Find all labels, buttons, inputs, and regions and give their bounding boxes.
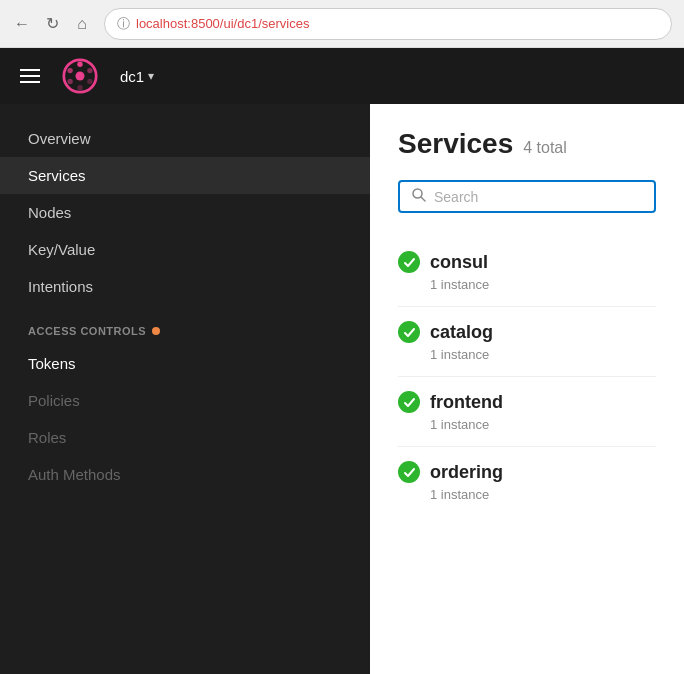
search-container[interactable] bbox=[398, 180, 656, 213]
svg-point-4 bbox=[87, 79, 92, 84]
svg-point-6 bbox=[67, 79, 72, 84]
service-name-row: consul bbox=[398, 251, 656, 273]
sidebar-item-policies[interactable]: Policies bbox=[0, 382, 370, 419]
main-area: Overview Services Nodes Key/Value Intent… bbox=[0, 104, 684, 674]
sidebar-item-services[interactable]: Services bbox=[0, 157, 370, 194]
services-title: Services bbox=[398, 128, 513, 160]
service-name-frontend: frontend bbox=[430, 392, 503, 413]
sidebar-item-intentions-label: Intentions bbox=[28, 278, 93, 295]
sidebar-item-tokens[interactable]: Tokens bbox=[0, 345, 370, 382]
top-navbar: dc1 ▾ bbox=[0, 48, 684, 104]
sidebar-item-tokens-label: Tokens bbox=[28, 355, 76, 372]
service-status-icon-frontend bbox=[398, 391, 420, 413]
service-status-icon-consul bbox=[398, 251, 420, 273]
svg-point-3 bbox=[87, 68, 92, 73]
service-status-icon-catalog bbox=[398, 321, 420, 343]
svg-point-2 bbox=[77, 62, 82, 67]
access-controls-section: ACCESS CONTROLS bbox=[0, 305, 370, 345]
chevron-down-icon: ▾ bbox=[148, 69, 154, 83]
service-instance-count-frontend: 1 instance bbox=[398, 417, 656, 432]
service-instance-count-ordering: 1 instance bbox=[398, 487, 656, 502]
service-item-catalog[interactable]: catalog 1 instance bbox=[398, 307, 656, 377]
sidebar-item-nodes[interactable]: Nodes bbox=[0, 194, 370, 231]
services-count: 4 total bbox=[523, 139, 567, 157]
services-list: consul 1 instance catalog 1 instance bbox=[398, 237, 656, 516]
services-header: Services 4 total bbox=[398, 128, 656, 160]
sidebar-item-overview-label: Overview bbox=[28, 130, 91, 147]
access-controls-dot bbox=[152, 327, 160, 335]
sidebar-item-auth-methods[interactable]: Auth Methods bbox=[0, 456, 370, 493]
service-instance-count-consul: 1 instance bbox=[398, 277, 656, 292]
datacenter-label: dc1 bbox=[120, 68, 144, 85]
address-path: 8500/ui/dc1/services bbox=[191, 16, 310, 31]
search-input[interactable] bbox=[434, 189, 642, 205]
svg-point-7 bbox=[67, 68, 72, 73]
refresh-button[interactable]: ↻ bbox=[42, 14, 62, 34]
sidebar-item-overview[interactable]: Overview bbox=[0, 120, 370, 157]
browser-nav-buttons: ← ↻ ⌂ bbox=[12, 14, 92, 34]
service-name-ordering: ordering bbox=[430, 462, 503, 483]
service-status-icon-ordering bbox=[398, 461, 420, 483]
sidebar-item-roles[interactable]: Roles bbox=[0, 419, 370, 456]
address-text: localhost:8500/ui/dc1/services bbox=[136, 16, 309, 31]
sidebar-item-services-label: Services bbox=[28, 167, 86, 184]
home-button[interactable]: ⌂ bbox=[72, 14, 92, 34]
service-name-catalog: catalog bbox=[430, 322, 493, 343]
sidebar-item-keyvalue-label: Key/Value bbox=[28, 241, 95, 258]
content-area: Services 4 total bbox=[370, 104, 684, 674]
svg-line-9 bbox=[421, 197, 425, 201]
address-bar[interactable]: ⓘ localhost:8500/ui/dc1/services bbox=[104, 8, 672, 40]
sidebar-item-roles-label: Roles bbox=[28, 429, 66, 446]
hamburger-button[interactable] bbox=[16, 65, 44, 87]
info-icon: ⓘ bbox=[117, 15, 130, 33]
datacenter-selector[interactable]: dc1 ▾ bbox=[120, 68, 154, 85]
back-button[interactable]: ← bbox=[12, 14, 32, 34]
sidebar-item-nodes-label: Nodes bbox=[28, 204, 71, 221]
sidebar: Overview Services Nodes Key/Value Intent… bbox=[0, 104, 370, 674]
address-scheme: localhost: bbox=[136, 16, 191, 31]
access-controls-label: ACCESS CONTROLS bbox=[28, 325, 146, 337]
service-name-row-frontend: frontend bbox=[398, 391, 656, 413]
service-name-row-ordering: ordering bbox=[398, 461, 656, 483]
sidebar-item-keyvalue[interactable]: Key/Value bbox=[0, 231, 370, 268]
service-name-consul: consul bbox=[430, 252, 488, 273]
sidebar-item-policies-label: Policies bbox=[28, 392, 80, 409]
app-container: dc1 ▾ Overview Services Nodes Key/Value … bbox=[0, 48, 684, 674]
svg-point-5 bbox=[77, 85, 82, 90]
sidebar-item-intentions[interactable]: Intentions bbox=[0, 268, 370, 305]
service-name-row-catalog: catalog bbox=[398, 321, 656, 343]
svg-point-1 bbox=[76, 72, 85, 81]
browser-chrome: ← ↻ ⌂ ⓘ localhost:8500/ui/dc1/services bbox=[0, 0, 684, 48]
service-instance-count-catalog: 1 instance bbox=[398, 347, 656, 362]
sidebar-item-auth-methods-label: Auth Methods bbox=[28, 466, 121, 483]
service-item-consul[interactable]: consul 1 instance bbox=[398, 237, 656, 307]
consul-logo bbox=[60, 56, 100, 96]
service-item-ordering[interactable]: ordering 1 instance bbox=[398, 447, 656, 516]
search-icon bbox=[412, 188, 426, 205]
service-item-frontend[interactable]: frontend 1 instance bbox=[398, 377, 656, 447]
